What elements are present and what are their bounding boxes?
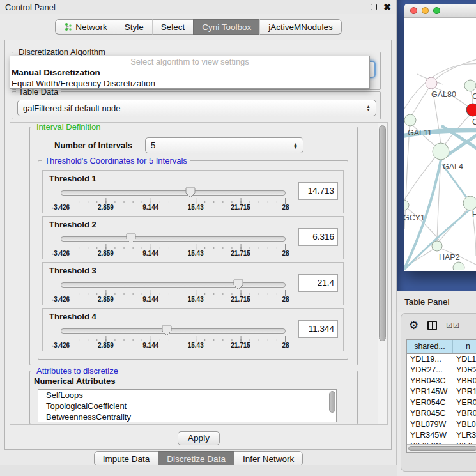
- table-row[interactable]: YBL079WYBL0: [407, 419, 476, 430]
- number-of-intervals-combobox[interactable]: 5 ▲▼: [145, 137, 303, 153]
- dropdown-option-equal-width-frequency[interactable]: Equal Width/Frequency Discretization: [10, 78, 369, 89]
- tab-network[interactable]: Network: [55, 19, 116, 35]
- settings-scrollbar-thumb[interactable]: [379, 125, 386, 341]
- threshold-2-value-field[interactable]: 6.316: [298, 228, 338, 246]
- table-row[interactable]: YDL19...YDL1: [407, 354, 476, 365]
- split-columns-icon[interactable]: [427, 321, 437, 330]
- interval-definition-group-title: Interval Definition: [34, 122, 103, 132]
- screen: Control Panel ✖ Network Style Select: [0, 0, 476, 476]
- tab-discretize-data[interactable]: Discretize Data: [158, 451, 234, 466]
- cell[interactable]: YDR27...: [407, 365, 453, 376]
- tick-label: 21.715: [231, 250, 250, 257]
- tab-select[interactable]: Select: [152, 19, 194, 35]
- threshold-4-slider-thumb[interactable]: [162, 325, 172, 336]
- cell[interactable]: YBL0: [453, 419, 476, 430]
- node-gal4[interactable]: [433, 143, 449, 160]
- cell[interactable]: YER0: [453, 397, 476, 408]
- tab-style[interactable]: Style: [116, 19, 152, 35]
- tick-label: 15.43: [188, 204, 204, 211]
- table-hscrollbar-track[interactable]: [407, 444, 476, 452]
- cell[interactable]: YBR0: [453, 408, 476, 419]
- network-view-window: GAL80 G GAL11 C GAL4 GCY1 H HAP2: [404, 4, 476, 271]
- node[interactable]: [453, 262, 464, 270]
- threshold-2-slider-thumb[interactable]: [126, 233, 136, 244]
- table-row[interactable]: YBR045CYBR0: [407, 408, 476, 419]
- float-window-icon[interactable]: [371, 4, 377, 10]
- node-gal80[interactable]: [426, 77, 437, 89]
- threshold-3-value-field[interactable]: 21.4: [298, 274, 338, 292]
- dropdown-option-manual-discretization[interactable]: Manual Discretization: [10, 67, 369, 78]
- tick-label: 2.859: [98, 342, 114, 349]
- apply-button[interactable]: Apply: [178, 431, 220, 445]
- tab-impute-data[interactable]: Impute Data: [94, 451, 158, 466]
- cell[interactable]: YBR043C: [407, 376, 453, 387]
- slider-ticks: [61, 336, 286, 342]
- table-data-combobox[interactable]: galFiltered.sif default node ▲▼: [17, 100, 376, 116]
- mac-zoom-icon[interactable]: [433, 7, 440, 14]
- mac-close-icon[interactable]: [410, 7, 417, 14]
- list-item[interactable]: TopologicalCoefficient: [38, 401, 336, 411]
- table-row[interactable]: YLR345WYLR3: [407, 430, 476, 441]
- cell[interactable]: YLR3: [453, 430, 476, 441]
- threshold-4-slider-track[interactable]: [61, 328, 286, 334]
- cell[interactable]: YER054C: [407, 397, 453, 408]
- slider-tick-labels: -3.426 2.859 9.144 15.43 21.715 28: [61, 296, 286, 303]
- tick-label: -3.426: [52, 296, 70, 303]
- cell[interactable]: YDL1: [453, 354, 476, 365]
- threshold-1-panel: Threshold 1 -3.426 2.859 9.144 15.43 21.…: [42, 170, 344, 213]
- tab-impute-data-label: Impute Data: [103, 454, 150, 464]
- node[interactable]: [463, 196, 476, 210]
- node-gal11[interactable]: [404, 114, 416, 126]
- settings-scrollbar-track[interactable]: [378, 123, 387, 424]
- threshold-4-panel: Threshold 4 -3.426 2.859 9.144 15.43 21.…: [42, 308, 344, 351]
- node-red[interactable]: [466, 104, 476, 116]
- table-row[interactable]: YER054CYER0: [407, 397, 476, 408]
- threshold-3-slider-thumb[interactable]: [233, 279, 243, 290]
- table-hscrollbar-thumb[interactable]: [408, 446, 476, 451]
- table-row[interactable]: YDR27...YDR2: [407, 365, 476, 376]
- table-row[interactable]: YPR145WYPR1: [407, 387, 476, 397]
- cell[interactable]: YPR1: [453, 387, 476, 397]
- threshold-1-value-field[interactable]: 14.713: [298, 182, 338, 200]
- tick-label: 21.715: [231, 342, 250, 349]
- cell[interactable]: YLR345W: [407, 430, 453, 441]
- list-item[interactable]: SelfLoops: [38, 390, 336, 401]
- list-scrollbar[interactable]: [329, 391, 335, 413]
- tick-label: 28: [282, 204, 289, 211]
- threshold-1-slider-track[interactable]: [61, 190, 286, 196]
- tab-infer-network[interactable]: Infer Network: [234, 451, 303, 466]
- close-icon[interactable]: ✖: [383, 3, 391, 12]
- tab-cyni-toolbox[interactable]: Cyni Toolbox: [193, 19, 259, 35]
- cell[interactable]: YBR0: [453, 376, 476, 387]
- threshold-2-slider-track[interactable]: [61, 236, 286, 242]
- network-canvas[interactable]: GAL80 G GAL11 C GAL4 GCY1 H HAP2: [404, 18, 476, 270]
- node[interactable]: [464, 80, 476, 91]
- cell[interactable]: YDR2: [453, 365, 476, 376]
- gear-icon[interactable]: ⚙: [409, 320, 418, 331]
- cell[interactable]: YPR145W: [407, 387, 453, 397]
- column-header-name[interactable]: n: [453, 340, 476, 353]
- column-header-shared[interactable]: shared...: [407, 340, 453, 353]
- node-table[interactable]: shared... n YDL19...YDL1 YDR27...YDR2 YB…: [406, 339, 476, 453]
- threshold-1-slider-thumb[interactable]: [185, 187, 196, 198]
- cell[interactable]: YBL079W: [407, 419, 453, 430]
- control-panel: Control Panel ✖ Network Style Select: [0, 0, 397, 476]
- tab-jactivemnodules[interactable]: jActiveMNodules: [259, 19, 342, 35]
- tick-label: -3.426: [52, 204, 70, 211]
- attributes-group-title: Attributes to discretize: [34, 366, 121, 376]
- network-window-titlebar[interactable]: [404, 4, 476, 18]
- numerical-attributes-list[interactable]: SelfLoops TopologicalCoefficient Between…: [38, 389, 337, 422]
- checkbox-icons[interactable]: ☑☑: [446, 321, 460, 330]
- table-row[interactable]: YBR043CYBR0: [407, 376, 476, 387]
- combo-stepper-icon: ▲▼: [362, 105, 371, 111]
- control-panel-title: Control Panel: [5, 3, 56, 12]
- cell[interactable]: YDL19...: [407, 354, 453, 365]
- number-of-intervals-value: 5: [151, 141, 289, 150]
- list-item[interactable]: BetweennessCentrality: [38, 411, 336, 422]
- cell[interactable]: YBR045C: [407, 408, 453, 419]
- threshold-4-value-field[interactable]: 11.344: [298, 320, 338, 338]
- tick-label: 28: [282, 296, 289, 303]
- mac-minimize-icon[interactable]: [422, 7, 429, 14]
- threshold-3-slider-track[interactable]: [61, 282, 286, 288]
- node-hap2[interactable]: [432, 241, 442, 251]
